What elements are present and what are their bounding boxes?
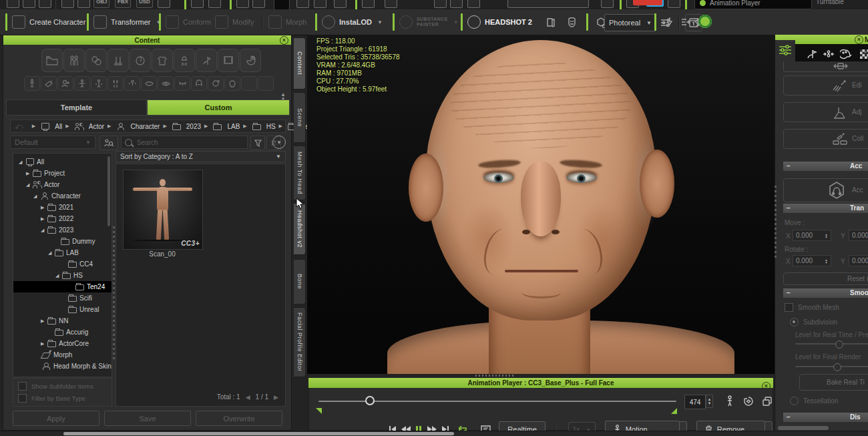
- tree-item-accurig[interactable]: Accurig: [13, 326, 112, 338]
- pose-category-icon[interactable]: [196, 49, 217, 72]
- mouth-icon[interactable]: [141, 76, 157, 91]
- import-fbx-button[interactable]: FBX: [115, 0, 131, 8]
- search-by-avatar-button[interactable]: [99, 136, 118, 150]
- tree-item-2021[interactable]: ▶2021: [13, 202, 112, 213]
- tessellation-radio[interactable]: Tessellation: [790, 397, 838, 405]
- level-final-slider[interactable]: [795, 363, 868, 370]
- modify-close-icon[interactable]: ×: [855, 35, 863, 44]
- tree-item-all[interactable]: ◢All: [13, 156, 112, 168]
- smooth-mesh-checkbox[interactable]: Smooth Mesh: [785, 303, 839, 312]
- tree-item-dummy[interactable]: Dummy: [13, 236, 112, 247]
- tree-item-2023[interactable]: ◢2023: [13, 224, 112, 236]
- side-tab-content[interactable]: Content: [294, 37, 306, 89]
- content-close-icon[interactable]: ×: [280, 36, 288, 45]
- morph-slider-icon[interactable]: [41, 76, 57, 91]
- tree-scrollbar[interactable]: [107, 156, 110, 226]
- mini-figure-icon[interactable]: [722, 393, 738, 409]
- apply-button[interactable]: Apply: [13, 411, 99, 426]
- undo-icon[interactable]: [236, 0, 249, 8]
- section-smooth[interactable]: −Smoo: [783, 288, 868, 298]
- new-project-icon[interactable]: [7, 0, 19, 8]
- animation-player-header[interactable]: Animation Player : CC3_Base_Plus - Full …: [308, 378, 773, 388]
- tree-item-actorcore[interactable]: ▶ActorCore: [13, 338, 112, 349]
- render-style-select[interactable]: Photoreal▼: [604, 14, 656, 31]
- tree-item-morph[interactable]: Morph: [13, 349, 112, 361]
- avatar-tool-icon[interactable]: [362, 0, 375, 8]
- tree-item-character[interactable]: ◢Character: [13, 190, 112, 202]
- search-input[interactable]: [136, 138, 238, 147]
- import-obj-button[interactable]: OBJ: [93, 0, 110, 8]
- tree-item-cc4[interactable]: CC4: [13, 258, 112, 270]
- tree-item-2022[interactable]: ▶2022: [13, 213, 112, 224]
- breadcrumb-item[interactable]: ▶Character: [105, 123, 160, 130]
- next-page-icon[interactable]: ▶: [274, 394, 278, 401]
- edit-mesh-button[interactable]: Edi: [783, 75, 868, 95]
- save-button[interactable]: Save: [104, 411, 191, 426]
- import-doc-icon[interactable]: [77, 0, 90, 8]
- hair-category-icon[interactable]: [130, 49, 151, 72]
- show-subfolder-checkbox[interactable]: Show Subfolder Items: [18, 382, 112, 391]
- filter-basetype-checkbox[interactable]: Filter by Base Type: [18, 394, 112, 403]
- prev-page-icon[interactable]: ◀: [246, 394, 250, 401]
- accurig-button[interactable]: Acc: [783, 178, 868, 202]
- section-displacement[interactable]: −Dis: [783, 413, 868, 422]
- unlink-icon[interactable]: [208, 0, 221, 8]
- makeup-category-icon[interactable]: [107, 49, 129, 72]
- import-usd-button[interactable]: USD: [136, 0, 153, 8]
- tree-item-unreal[interactable]: Unreal: [13, 304, 112, 315]
- horizontal-scrollbar[interactable]: [63, 432, 454, 435]
- create-character-button[interactable]: Create Character: [12, 9, 85, 35]
- eye-options-icon[interactable]: [434, 0, 447, 8]
- save-project-icon[interactable]: [39, 0, 51, 8]
- modify-hscrollbar[interactable]: [778, 426, 829, 430]
- move-tool-icon[interactable]: [601, 0, 614, 8]
- collect-button[interactable]: Coll: [783, 129, 868, 149]
- tab-custom[interactable]: Custom: [147, 99, 290, 116]
- lightning-icon[interactable]: [661, 14, 677, 30]
- skin-category-icon[interactable]: [85, 49, 107, 72]
- rotate-x-input[interactable]: 0.000▲▼: [793, 255, 831, 266]
- frame-number-input[interactable]: 474: [684, 395, 706, 409]
- transform-tool-button[interactable]: [783, 61, 868, 72]
- tree-item-lab[interactable]: ◢LAB: [13, 247, 112, 258]
- face-add-icon[interactable]: [208, 76, 224, 91]
- eye-icon[interactable]: [158, 76, 174, 91]
- substance-painter-button[interactable]: SUBSTANCEPAINTER ▼: [399, 9, 459, 35]
- body-scale-icon[interactable]: [91, 76, 107, 91]
- cloth-category-icon[interactable]: [152, 49, 173, 72]
- side-tab-mesh-to-head[interactable]: Mesh To Head: [294, 146, 306, 200]
- lasso-icon[interactable]: [314, 0, 327, 8]
- tree-item-actor[interactable]: ◢Actor: [13, 179, 112, 190]
- transformer-button[interactable]: Transformer▼: [93, 9, 161, 35]
- bake-realtime-button[interactable]: Bake Real Ti: [799, 374, 868, 391]
- camera-options-icon[interactable]: [450, 0, 463, 8]
- preview-options-icon[interactable]: [467, 0, 480, 8]
- tab-material-icon[interactable]: [838, 46, 854, 62]
- tab-template[interactable]: Template: [6, 99, 147, 116]
- extra-slot1-icon[interactable]: [241, 76, 257, 91]
- profile-add-icon[interactable]: [224, 76, 240, 91]
- move-y-input[interactable]: 0.000▲▼: [849, 230, 868, 241]
- tree-item-ten24[interactable]: Ten24: [13, 281, 112, 292]
- hair-small-icon[interactable]: [191, 76, 207, 91]
- skeleton-icon[interactable]: [24, 76, 40, 91]
- sort-select[interactable]: Sort by Category : A to Z▼: [116, 151, 286, 162]
- timeline-start-marker[interactable]: [316, 408, 322, 414]
- mode-extra-icon[interactable]: [668, 0, 680, 8]
- timeline-end-marker[interactable]: [671, 408, 677, 414]
- accessory-category-icon[interactable]: [174, 49, 195, 72]
- view-preset-dropdown[interactable]: [507, 0, 589, 8]
- layers-icon[interactable]: [759, 393, 775, 409]
- overwrite-button[interactable]: Overwrite: [196, 411, 282, 426]
- reset-button[interactable]: Reset (: [783, 272, 868, 285]
- side-tab-facial-profile-editor[interactable]: Facial Profile Editor: [294, 307, 306, 377]
- tab-morph-tool-icon[interactable]: [803, 46, 819, 62]
- side-tab-scene[interactable]: Scene: [294, 92, 306, 143]
- link-icon[interactable]: [191, 0, 204, 8]
- animation-player-toggle[interactable]: Animation Player: [694, 0, 812, 9]
- tree-item-project[interactable]: ▶Project: [13, 168, 112, 179]
- instalod-button[interactable]: InstaLOD▼: [322, 9, 383, 35]
- gizmo-icon[interactable]: [334, 0, 347, 8]
- timeline-handle[interactable]: [365, 396, 375, 405]
- morph-button[interactable]: Morph: [268, 9, 306, 35]
